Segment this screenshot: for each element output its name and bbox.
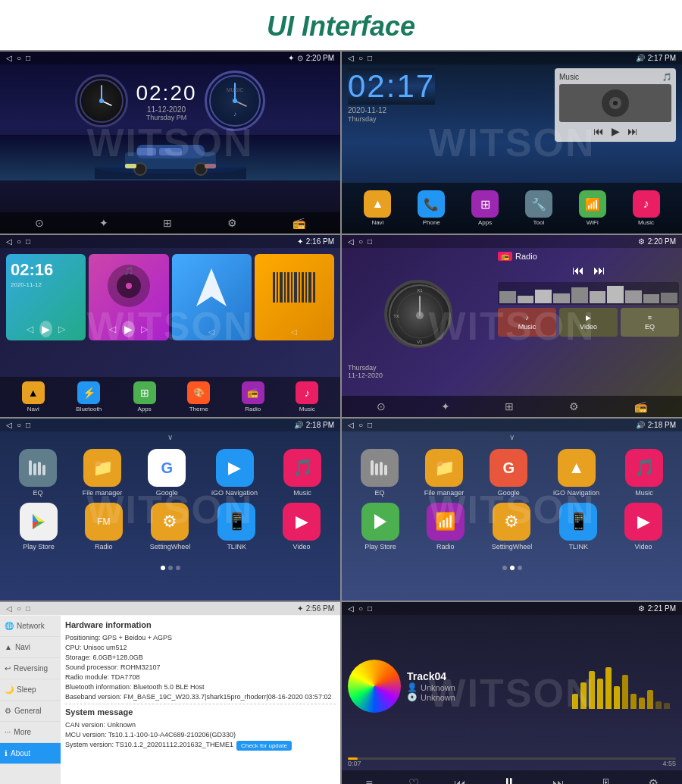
app-setting-6[interactable]: ⚙ SettingWheel <box>492 503 533 550</box>
nav-bt-icon[interactable]: ✦ <box>99 217 108 229</box>
home-icon-1[interactable]: ○ <box>17 54 21 62</box>
recent-icon-7[interactable]: □ <box>26 604 30 613</box>
app-music-2[interactable]: ♪ Music <box>633 190 660 226</box>
music-btn-4[interactable]: ♪ Music <box>498 308 556 337</box>
app-navi-2[interactable]: ▲ Navi <box>364 190 391 226</box>
app-files-5[interactable]: 📁 File manager <box>83 449 123 497</box>
recent-icon-8[interactable]: □ <box>368 604 372 613</box>
tile-m-next[interactable]: ▷ <box>141 324 148 334</box>
app-eq-5[interactable]: EQ <box>19 449 57 497</box>
radio-prev[interactable]: ⏮ <box>572 264 584 278</box>
app-radio-6[interactable]: 📶 Radio <box>427 503 465 550</box>
app-tool-2[interactable]: 🔧 Tool <box>525 190 552 226</box>
settings-sleep[interactable]: 🌙 Sleep <box>0 679 61 701</box>
recent-icon-6[interactable]: □ <box>368 421 372 429</box>
app-wifi-2[interactable]: 📶 WiFi <box>579 190 606 226</box>
home-icon-3[interactable]: ○ <box>17 237 21 246</box>
app-apps-3[interactable]: ⊞ Apps <box>133 381 156 412</box>
recent-icon-5[interactable]: □ <box>26 421 30 429</box>
nav-settings-icon[interactable]: ⚙ <box>227 217 237 229</box>
app-music-6[interactable]: 🎵 Music <box>625 449 663 497</box>
app-tlink-6[interactable]: 📱 TLINK <box>559 503 597 550</box>
tile-barcode[interactable]: ◁ <box>255 254 334 340</box>
back-icon-7[interactable]: ◁ <box>6 604 12 613</box>
app-igo-5[interactable]: ▶ iGO Navigation <box>211 449 258 497</box>
home-icon-2[interactable]: ○ <box>358 54 363 62</box>
app-video-5[interactable]: ▶ Video <box>283 503 321 550</box>
nav-apps-icon-4[interactable]: ⊞ <box>505 400 514 412</box>
progress-bar[interactable]: 0:07 4:55 <box>342 757 682 767</box>
back-icon-4[interactable]: ◁ <box>348 237 354 246</box>
app-setting-5[interactable]: ⚙ SettingWheel <box>150 503 191 550</box>
home-icon-7[interactable]: ○ <box>17 604 21 613</box>
back-icon-3[interactable]: ◁ <box>6 237 12 246</box>
app-eq-6[interactable]: EQ <box>361 449 399 497</box>
radio-next[interactable]: ⏭ <box>593 264 605 278</box>
app-google-6[interactable]: G Google <box>490 449 527 497</box>
tile-bc-ctrl[interactable]: ◁ <box>291 328 297 336</box>
app-video-6[interactable]: ▶ Video <box>624 503 662 550</box>
playlist-btn[interactable]: ≡ <box>365 777 372 785</box>
settings-general[interactable]: ⚙ General <box>0 701 61 722</box>
recent-icon-3[interactable]: □ <box>26 237 30 246</box>
nav-location-icon[interactable]: ⊙ <box>35 217 44 229</box>
settings-about[interactable]: ℹ About <box>0 743 61 764</box>
eq-btn-8[interactable]: 🎚 <box>600 777 612 785</box>
back-icon-2[interactable]: ◁ <box>348 54 354 62</box>
eq-btn-4[interactable]: ≡ EQ <box>621 308 679 337</box>
tile-m-play[interactable]: ▶ <box>122 321 135 337</box>
home-icon-6[interactable]: ○ <box>358 421 363 429</box>
recent-icon-1[interactable]: □ <box>26 54 30 62</box>
prev-btn-8[interactable]: ⏮ <box>454 777 466 785</box>
app-theme-3[interactable]: 🎨 Theme <box>187 381 210 412</box>
nav-apps-icon[interactable]: ⊞ <box>163 217 172 229</box>
recent-icon-4[interactable]: □ <box>368 237 372 246</box>
app-navi-3[interactable]: ▲ Navi <box>22 381 45 412</box>
heart-btn[interactable]: ♡ <box>408 776 419 784</box>
back-icon-6[interactable]: ◁ <box>348 421 354 429</box>
app-phone-2[interactable]: 📞 Phone <box>418 190 445 226</box>
tile-next[interactable]: ▷ <box>58 324 65 334</box>
pause-btn-8[interactable]: ⏸ <box>502 775 517 784</box>
recent-icon-2[interactable]: □ <box>368 54 372 62</box>
settings-network[interactable]: 🌐 Network <box>0 616 61 637</box>
home-icon-4[interactable]: ○ <box>358 237 363 246</box>
next-btn-8[interactable]: ⏭ <box>552 777 565 785</box>
app-playstore-6[interactable]: Play Store <box>361 503 399 550</box>
app-music-5[interactable]: 🎵 Music <box>283 449 321 497</box>
nav-location-icon-4[interactable]: ⊙ <box>377 400 386 412</box>
prev-btn-widget[interactable]: ⏮ <box>593 125 604 137</box>
settings-navi[interactable]: ▲ Navi <box>0 637 61 658</box>
video-btn-4[interactable]: ▶ Video <box>559 308 618 337</box>
tile-play[interactable]: ▶ <box>39 321 52 337</box>
back-icon-5[interactable]: ◁ <box>6 421 12 429</box>
nav-bt-icon-4[interactable]: ✦ <box>441 400 450 412</box>
tile-clock[interactable]: 02:16 2020-11-12 ◁ ▶ ▷ <box>6 254 86 340</box>
tile-nav-ctrl[interactable]: ◁ <box>208 328 214 336</box>
app-bt-3[interactable]: ⚡ Bluetooth <box>76 381 102 412</box>
settings-btn-8[interactable]: ⚙ <box>648 776 659 784</box>
tile-m-prev[interactable]: ◁ <box>109 324 116 334</box>
back-icon-1[interactable]: ◁ <box>6 54 12 62</box>
settings-reversing[interactable]: ↩ Reversing <box>0 658 61 679</box>
next-btn-widget[interactable]: ⏭ <box>627 125 638 137</box>
nav-settings-icon-4[interactable]: ⚙ <box>569 400 579 412</box>
home-icon-5[interactable]: ○ <box>17 421 21 429</box>
tile-nav[interactable]: ◁ <box>172 254 252 340</box>
app-files-6[interactable]: 📁 File manager <box>424 449 465 497</box>
app-radio-3[interactable]: 📻 Radio <box>242 381 264 412</box>
nav-radio-icon[interactable]: 📻 <box>293 217 305 229</box>
check-update-btn[interactable]: Check for update <box>236 741 292 751</box>
tile-prev[interactable]: ◁ <box>27 324 33 334</box>
app-radio-5[interactable]: FM Radio <box>85 503 123 550</box>
tile-music[interactable]: 🎵 ◁ ▶ ▷ <box>89 254 168 340</box>
nav-radio-icon-4[interactable]: 📻 <box>634 400 647 412</box>
app-google-5[interactable]: G Google <box>148 449 186 497</box>
back-icon-8[interactable]: ◁ <box>348 604 354 613</box>
app-music-3[interactable]: ♪ Music <box>296 381 318 412</box>
play-btn-widget[interactable]: ▶ <box>612 125 620 137</box>
settings-more[interactable]: ··· More <box>0 722 61 743</box>
home-icon-8[interactable]: ○ <box>358 604 363 613</box>
app-tlink-5[interactable]: 📱 TLINK <box>217 503 255 550</box>
app-playstore-5[interactable]: Play Store <box>20 503 58 550</box>
